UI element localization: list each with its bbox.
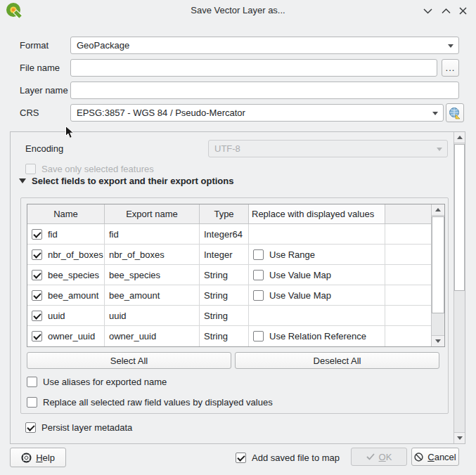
table-row[interactable]: bee_species bee_species String Use Value… [27,265,444,285]
field-checkbox[interactable] [32,331,42,341]
field-type: Integer64 [200,224,249,244]
field-export-name[interactable]: owner_uuid [105,326,200,346]
file-name-input[interactable] [70,59,437,77]
field-checkbox[interactable] [32,290,42,301]
field-checkbox[interactable] [32,270,42,280]
fields-table-header: Name Export name Type Replace with displ… [27,204,444,224]
cancel-label: Cancel [427,452,456,462]
column-header-name[interactable]: Name [27,204,105,223]
table-row[interactable]: owner_uuid owner_uuid String Use Relatio… [27,326,444,346]
ok-check-icon [366,453,375,460]
field-type: Integer [200,245,249,264]
options-scrollbar[interactable] [454,132,465,443]
field-name: uuid [48,311,65,321]
column-header-type[interactable]: Type [200,204,249,223]
field-type: String [200,306,249,325]
field-export-name[interactable]: fid [105,224,200,244]
scrollbar-down-icon[interactable] [454,432,465,443]
column-header-replace[interactable]: Replace with displayed values [249,204,385,223]
maximize-icon[interactable] [441,6,451,16]
fields-group-frame: Name Export name Type Replace with displ… [20,197,449,414]
field-replace-option[interactable]: Use Relation Reference [249,326,385,346]
field-replace-option[interactable]: Use Value Map [249,265,385,285]
field-name: nbr_of_boxes [48,249,103,260]
crs-label: CRS [20,104,39,122]
file-name-label: File name [20,59,60,77]
field-checkbox[interactable] [32,311,42,321]
checkbox-icon[interactable] [236,453,246,463]
replace-raw-values-checkbox[interactable]: Replace all selected raw field values by… [27,397,273,408]
deselect-all-label: Deselect All [314,356,361,366]
scrollbar-thumb[interactable] [432,216,444,313]
table-scrollbar[interactable] [431,204,444,346]
column-header-export[interactable]: Export name [105,204,200,223]
field-checkbox[interactable] [32,249,42,260]
persist-metadata-checkbox[interactable]: Persist layer metadata [25,422,132,433]
field-type: String [200,285,249,305]
crs-combobox[interactable]: EPSG:3857 - WGS 84 / Pseudo-Mercator [70,104,444,122]
fields-table: Name Export name Type Replace with displ… [27,204,445,347]
help-label: Help [36,453,55,463]
field-checkbox[interactable] [32,229,42,240]
option-label: Use Range [269,249,315,260]
replace-raw-values-label: Replace all selected raw field values by… [43,397,273,408]
field-type: String [200,326,249,346]
dialog-footer: Help Add saved file to map OK Cancel [0,444,476,475]
dropdown-arrow-icon [432,112,438,115]
browse-file-button[interactable]: ... [442,59,459,77]
save-vector-layer-dialog: Save Vector Layer as... Format GeoPackag… [0,0,476,475]
field-replace-option [249,224,385,244]
titlebar[interactable]: Save Vector Layer as... [0,0,476,21]
field-replace-option[interactable]: Use Range [249,245,385,264]
close-icon[interactable] [458,6,468,16]
checkbox-icon[interactable] [27,397,37,408]
table-row[interactable]: uuid uuid String [27,306,444,326]
field-export-name[interactable]: uuid [105,306,200,325]
scrollbar-up-icon[interactable] [454,132,465,143]
ok-label: OK [379,452,392,462]
options-scroll-area: Encoding UTF-8 Save only selected featur… [10,131,465,444]
option-label: Use Value Map [269,270,331,280]
help-button[interactable]: Help [10,448,66,467]
field-replace-option[interactable]: Use Value Map [249,285,385,305]
format-value: GeoPackage [77,40,129,51]
select-all-label: Select All [110,356,148,366]
add-saved-file-checkbox[interactable]: Add saved file to map [236,453,340,463]
checkbox-icon[interactable] [27,377,37,387]
table-row[interactable]: nbr_of_boxes nbr_of_boxes Integer Use Ra… [27,245,444,265]
option-label: Use Value Map [269,290,331,301]
encoding-label: Encoding [25,140,63,157]
scrollbar-up-icon[interactable] [432,204,444,216]
crs-picker-button[interactable] [446,103,464,122]
dropdown-arrow-icon [448,44,454,48]
help-lifebuoy-icon [21,453,32,463]
field-export-name[interactable]: bee_species [105,265,200,285]
field-replace-option [249,306,385,325]
collapse-triangle-icon [19,178,26,183]
field-name: bee_amount [48,290,98,301]
field-export-name[interactable]: bee_amount [105,285,200,305]
fields-group-header[interactable]: Select fields to export and their export… [19,176,234,186]
table-row[interactable]: fid fid Integer64 [27,224,444,245]
scrollbar-down-icon[interactable] [432,335,444,346]
layer-name-input[interactable] [70,82,459,99]
checkbox-icon[interactable] [25,422,36,433]
option-checkbox[interactable] [253,270,264,280]
option-checkbox[interactable] [253,249,264,260]
format-combobox[interactable]: GeoPackage [70,37,459,54]
field-export-name[interactable]: nbr_of_boxes [105,245,200,264]
deselect-all-button[interactable]: Deselect All [235,352,439,369]
minimize-icon[interactable] [423,6,433,16]
option-checkbox[interactable] [253,290,264,301]
option-checkbox[interactable] [253,331,264,341]
checkbox-icon [25,164,36,174]
browse-ellipsis-label: ... [446,63,456,73]
table-row[interactable]: bee_amount bee_amount String Use Value M… [27,285,444,306]
ok-button[interactable]: OK [351,448,407,466]
cancel-slash-icon [414,453,423,462]
use-aliases-checkbox[interactable]: Use aliases for exported name [27,377,167,387]
cancel-button[interactable]: Cancel [411,448,459,466]
scrollbar-thumb[interactable] [454,144,465,291]
fields-group-title: Select fields to export and their export… [32,176,234,186]
select-all-button[interactable]: Select All [27,352,231,369]
